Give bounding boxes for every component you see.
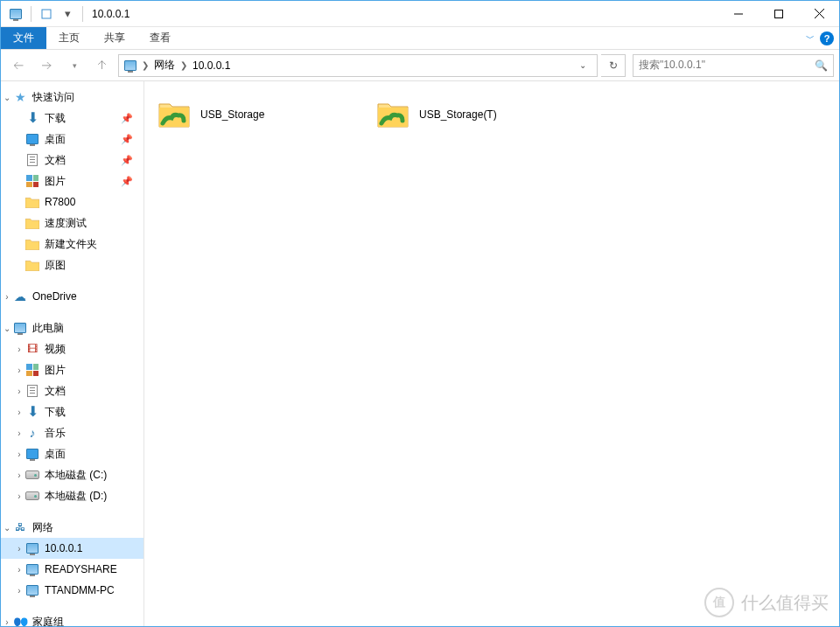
pin-icon: 📌 [121, 176, 140, 187]
tree-recent-folder[interactable]: 新建文件夹 [1, 233, 144, 254]
pin-icon: 📌 [121, 134, 140, 145]
ribbon-tabs: 文件 主页 共享 查看 ﹀ ? [1, 27, 839, 50]
tree-pictures[interactable]: 图片 📌 [1, 171, 144, 192]
close-button[interactable] [799, 1, 839, 27]
help-icon[interactable]: ? [820, 31, 834, 45]
document-icon [25, 153, 39, 167]
content-pane[interactable]: USB_Storage USB_Storage(T) 值 什么值得买 [144, 81, 839, 626]
computer-icon [25, 541, 39, 555]
navigation-pane[interactable]: ⌄★ 快速访问 ⬇ 下载 📌 桌面 📌 文档 📌 [1, 81, 144, 626]
tree-recent-folder[interactable]: R7800 [1, 192, 144, 212]
desktop-icon [25, 132, 39, 146]
svg-rect-4 [775, 10, 783, 17]
drive-icon [25, 468, 39, 482]
homegroup-icon: 👥 [13, 615, 27, 626]
folder-icon [25, 258, 39, 272]
maximize-button[interactable] [759, 1, 799, 27]
tree-drive-d[interactable]: › 本地磁盘 (D:) [1, 485, 144, 506]
share-item[interactable]: USB_Storage [153, 94, 372, 136]
pictures-icon [25, 174, 39, 188]
window-title: 10.0.0.1 [87, 8, 130, 20]
item-label: USB_Storage(T) [419, 108, 497, 121]
share-item[interactable]: USB_Storage(T) [372, 94, 591, 136]
tree-homegroup[interactable]: ›👥 家庭组 [1, 611, 144, 626]
forward-button[interactable]: 🡢 [34, 53, 59, 78]
video-icon: 🎞 [25, 342, 39, 356]
tree-desktop[interactable]: 桌面 📌 [1, 129, 144, 150]
desktop-icon [25, 447, 39, 461]
title-bar: ▾ 10.0.0.1 [1, 1, 839, 27]
tab-share[interactable]: 共享 [92, 27, 137, 49]
tree-this-pc[interactable]: ⌄ 此电脑 [1, 317, 144, 338]
star-icon: ★ [13, 90, 27, 104]
network-share-icon [157, 97, 192, 132]
tree-recent-folder[interactable]: 原图 [1, 254, 144, 275]
tree-downloads[interactable]: ⬇ 下载 📌 [1, 108, 144, 129]
address-dropdown-icon[interactable]: ⌄ [572, 55, 593, 76]
tree-documents[interactable]: 文档 📌 [1, 150, 144, 171]
drive-icon [25, 489, 39, 503]
tree-drive-c[interactable]: › 本地磁盘 (C:) [1, 464, 144, 485]
item-label: USB_Storage [200, 108, 264, 121]
tab-view[interactable]: 查看 [137, 27, 183, 49]
tree-pictures-pc[interactable]: › 图片 [1, 359, 144, 380]
tree-downloads-pc[interactable]: › ⬇ 下载 [1, 401, 144, 422]
svg-rect-2 [42, 10, 51, 18]
tab-home[interactable]: 主页 [46, 27, 92, 49]
qat-dropdown-icon[interactable]: ▾ [58, 4, 77, 24]
download-icon: ⬇ [25, 111, 39, 125]
pin-icon: 📌 [121, 113, 140, 124]
computer-icon [25, 583, 39, 597]
address-bar[interactable]: ❯ 网络 ❯ 10.0.0.1 ⌄ [118, 54, 598, 77]
address-root-icon[interactable] [122, 60, 138, 71]
network-share-icon [375, 97, 410, 132]
navigation-bar: 🡠 🡢 ▾ 🡡 ❯ 网络 ❯ 10.0.0.1 ⌄ ↻ 搜索"10.0.0.1"… [1, 50, 839, 81]
tree-desktop-pc[interactable]: › 桌面 [1, 443, 144, 464]
explorer-window: ▾ 10.0.0.1 文件 主页 共享 查看 ﹀ ? 🡠 🡢 ▾ 🡡 ❯ 网络 … [0, 0, 840, 627]
tree-documents-pc[interactable]: › 文档 [1, 380, 144, 401]
computer-icon [13, 321, 27, 335]
tree-network[interactable]: ⌄🖧 网络 [1, 517, 144, 538]
system-menu-icon[interactable] [6, 4, 25, 24]
watermark-icon: 值 [704, 588, 734, 617]
breadcrumb-host[interactable]: 10.0.0.1 [191, 59, 232, 72]
ribbon-expand-icon[interactable]: ﹀ [806, 32, 815, 45]
computer-icon [25, 562, 39, 576]
cloud-icon: ☁ [13, 289, 27, 303]
tree-network-host[interactable]: › READYSHARE [1, 559, 144, 580]
pictures-icon [25, 363, 39, 377]
quick-access-toolbar: ▾ [1, 4, 87, 24]
tree-recent-folder[interactable]: 速度测试 [1, 212, 144, 233]
refresh-button[interactable]: ↻ [601, 54, 626, 77]
chevron-right-icon[interactable]: ❯ [140, 60, 150, 70]
document-icon [25, 384, 39, 398]
folder-icon [25, 237, 39, 251]
chevron-right-icon[interactable]: ❯ [178, 60, 189, 70]
search-placeholder: 搜索"10.0.0.1" [639, 58, 705, 73]
folder-icon [25, 195, 39, 209]
back-button[interactable]: 🡠 [6, 53, 31, 78]
watermark: 值 什么值得买 [704, 588, 829, 617]
search-icon[interactable]: 🔍 [815, 59, 828, 72]
tree-network-host[interactable]: › 10.0.0.1 [1, 538, 144, 559]
download-icon: ⬇ [25, 405, 39, 419]
search-input[interactable]: 搜索"10.0.0.1" 🔍 [633, 54, 834, 77]
tree-music[interactable]: › ♪ 音乐 [1, 422, 144, 443]
music-icon: ♪ [25, 426, 39, 440]
tree-quick-access[interactable]: ⌄★ 快速访问 [1, 87, 144, 108]
tree-videos[interactable]: › 🎞 视频 [1, 338, 144, 359]
network-icon: 🖧 [13, 520, 27, 534]
recent-locations-dropdown[interactable]: ▾ [62, 53, 87, 78]
file-tab[interactable]: 文件 [1, 27, 46, 49]
minimize-button[interactable] [718, 1, 759, 27]
pin-icon: 📌 [121, 155, 140, 166]
folder-icon [25, 216, 39, 230]
breadcrumb-network[interactable]: 网络 [152, 58, 177, 73]
up-button[interactable]: 🡡 [90, 53, 115, 78]
tree-onedrive[interactable]: ›☁ OneDrive [1, 286, 144, 307]
qat-properties-icon[interactable] [37, 4, 56, 24]
tree-network-host[interactable]: › TTANDMM-PC [1, 580, 144, 601]
